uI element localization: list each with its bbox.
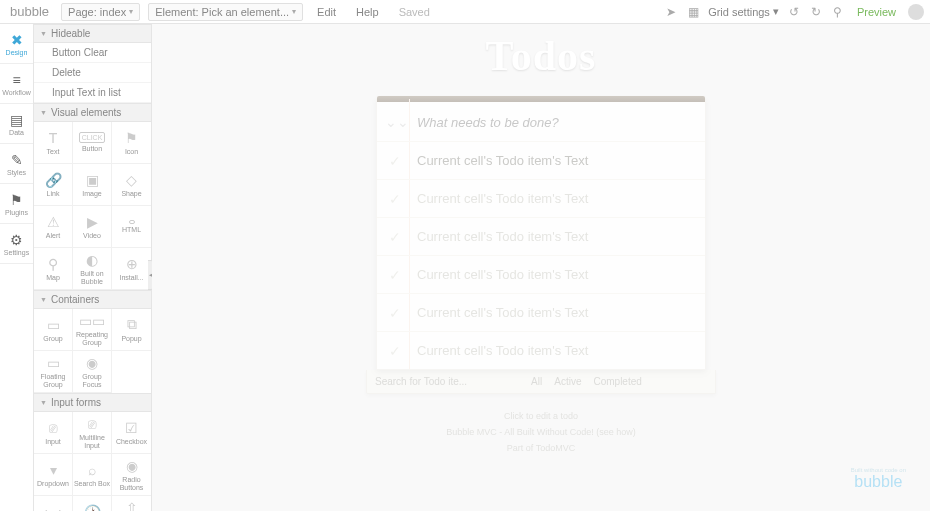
palette-cell[interactable]: ☑Checkbox [112, 412, 151, 454]
triangle-down-icon: ▼ [40, 296, 47, 303]
palette-icon: 🔗 [45, 172, 62, 188]
undo-icon[interactable]: ↺ [787, 5, 801, 19]
palette-icon: ⌕ [88, 462, 96, 478]
check-icon[interactable]: ✓ [385, 229, 405, 245]
palette-icon: ⚑ [125, 130, 138, 146]
palette-cell[interactable]: ▶Video [73, 206, 112, 248]
preview-button[interactable]: Preview [853, 6, 900, 18]
todo-row[interactable]: ✓Current cell's Todo item's Text [377, 255, 705, 293]
palette-icon: ▭ [47, 355, 60, 371]
todo-row[interactable]: ✓Current cell's Todo item's Text [377, 141, 705, 179]
filter-active[interactable]: Active [554, 376, 581, 387]
palette-icon: ☑ [125, 420, 138, 436]
palette-icon: ⇧ [126, 500, 138, 511]
palette-icon: ◇ [126, 172, 137, 188]
expand-all-icon[interactable]: ⌄⌄ [385, 114, 405, 130]
palette-cell[interactable]: ⎚Multiline Input [73, 412, 112, 454]
palette-icon: 🕐 [84, 504, 101, 511]
palette-cell[interactable]: 🔗Link [34, 164, 73, 206]
palette-icon: ▭▭ [79, 313, 105, 329]
tab-workflow[interactable]: ≡Workflow [0, 64, 33, 104]
palette-cell[interactable]: ▭Group [34, 309, 73, 351]
todo-footer: Search for Todo ite... All Active Comple… [366, 370, 716, 394]
page-dropdown[interactable]: Page: index▾ [61, 3, 140, 21]
palette-cell[interactable]: CLICKButton [73, 122, 112, 164]
palette-cell[interactable]: ⇧Picture Uploader [112, 496, 151, 511]
built-on-bubble-badge[interactable]: Built without code on bubble [851, 467, 906, 491]
palette-cell[interactable]: ◇Shape [112, 164, 151, 206]
search-todo-input[interactable]: Search for Todo ite... [375, 376, 467, 387]
grid-settings-dropdown[interactable]: Grid settings▾ [708, 5, 779, 18]
check-icon[interactable]: ✓ [385, 191, 405, 207]
check-icon[interactable]: ✓ [385, 267, 405, 283]
editor-canvas[interactable]: Todos ⌄⌄ ✓Current cell's Todo item's Tex… [152, 24, 930, 511]
user-avatar[interactable] [908, 4, 924, 20]
chevron-down-icon: ▾ [292, 7, 296, 16]
palette-cell[interactable]: ◉Group Focus [73, 351, 112, 393]
palette-cell[interactable]: ▾Dropdown [34, 454, 73, 496]
tab-design[interactable]: ✖Design [0, 24, 33, 64]
help-menu[interactable]: Help [350, 6, 385, 18]
styles-icon: ✎ [11, 152, 23, 168]
todo-row[interactable]: ✓Current cell's Todo item's Text [377, 331, 705, 369]
todo-row[interactable]: ✓Current cell's Todo item's Text [377, 217, 705, 255]
tab-styles[interactable]: ✎Styles [0, 144, 33, 184]
new-todo-input[interactable] [405, 115, 705, 130]
palette-cell[interactable]: ⌕Search Box [73, 454, 112, 496]
new-todo-row: ⌄⌄ [377, 99, 705, 141]
palette-cell[interactable]: 🕐Time Picker [73, 496, 112, 511]
palette-cell[interactable]: ⟷Slider Input [34, 496, 73, 511]
check-icon[interactable]: ✓ [385, 343, 405, 359]
edit-menu[interactable]: Edit [311, 6, 342, 18]
palette-cell[interactable]: HTML [112, 206, 151, 248]
element-panel: ▼Hideable Button Clear Delete Input Text… [34, 24, 152, 511]
pointer-icon[interactable]: ➤ [664, 5, 678, 19]
todo-row[interactable]: ✓Current cell's Todo item's Text [377, 179, 705, 217]
todo-row[interactable]: ✓Current cell's Todo item's Text [377, 293, 705, 331]
section-containers[interactable]: ▼Containers [34, 290, 151, 309]
section-hideable[interactable]: ▼Hideable [34, 24, 151, 43]
element-dropdown[interactable]: Element: Pick an element...▾ [148, 3, 303, 21]
hideable-item[interactable]: Button Clear [34, 43, 151, 63]
triangle-down-icon: ▼ [40, 399, 47, 406]
palette-icon: ◉ [126, 458, 138, 474]
grid-icon[interactable]: ▦ [686, 5, 700, 19]
palette-cell[interactable]: ▭▭Repeating Group [73, 309, 112, 351]
workflow-icon: ≡ [12, 72, 20, 88]
palette-icon: ⊕ [126, 256, 138, 272]
hideable-item[interactable]: Input Text in list [34, 83, 151, 103]
palette-cell[interactable]: ⎚Input [34, 412, 73, 454]
check-icon[interactable]: ✓ [385, 305, 405, 321]
tab-settings[interactable]: ⚙Settings [0, 224, 33, 264]
palette-icon: ◉ [86, 355, 98, 371]
filter-completed[interactable]: Completed [593, 376, 641, 387]
palette-cell[interactable]: ⊕Install... [112, 248, 151, 290]
data-icon: ▤ [10, 112, 23, 128]
check-icon[interactable]: ✓ [385, 153, 405, 169]
visual-grid: TTextCLICKButton⚑Icon🔗Link▣Image◇Shape⚠A… [34, 122, 151, 290]
palette-icon: ⎚ [49, 420, 57, 436]
palette-icon [129, 220, 135, 224]
palette-icon: ⧉ [127, 316, 137, 333]
section-inputs[interactable]: ▼Input forms [34, 393, 151, 412]
palette-cell[interactable]: ⚲Map [34, 248, 73, 290]
palette-icon: ⟷ [43, 504, 63, 511]
search-icon[interactable]: ⚲ [831, 5, 845, 19]
palette-icon: ▾ [50, 462, 57, 478]
palette-cell[interactable]: ⚑Icon [112, 122, 151, 164]
palette-cell[interactable]: ◐Built on Bubble [73, 248, 112, 290]
tab-data[interactable]: ▤Data [0, 104, 33, 144]
redo-icon[interactable]: ↻ [809, 5, 823, 19]
palette-cell[interactable]: ▣Image [73, 164, 112, 206]
palette-cell[interactable]: ⚠Alert [34, 206, 73, 248]
palette-cell[interactable]: ⧉Popup [112, 309, 151, 351]
hideable-item[interactable]: Delete [34, 63, 151, 83]
palette-cell[interactable]: ▭Floating Group [34, 351, 73, 393]
palette-cell[interactable]: TText [34, 122, 73, 164]
tab-plugins[interactable]: ⚑Plugins [0, 184, 33, 224]
page-title: Todos [152, 32, 930, 80]
palette-cell[interactable]: ◉Radio Buttons [112, 454, 151, 496]
filter-all[interactable]: All [531, 376, 542, 387]
section-visual[interactable]: ▼Visual elements [34, 103, 151, 122]
left-tabs: ✖Design ≡Workflow ▤Data ✎Styles ⚑Plugins… [0, 24, 34, 511]
